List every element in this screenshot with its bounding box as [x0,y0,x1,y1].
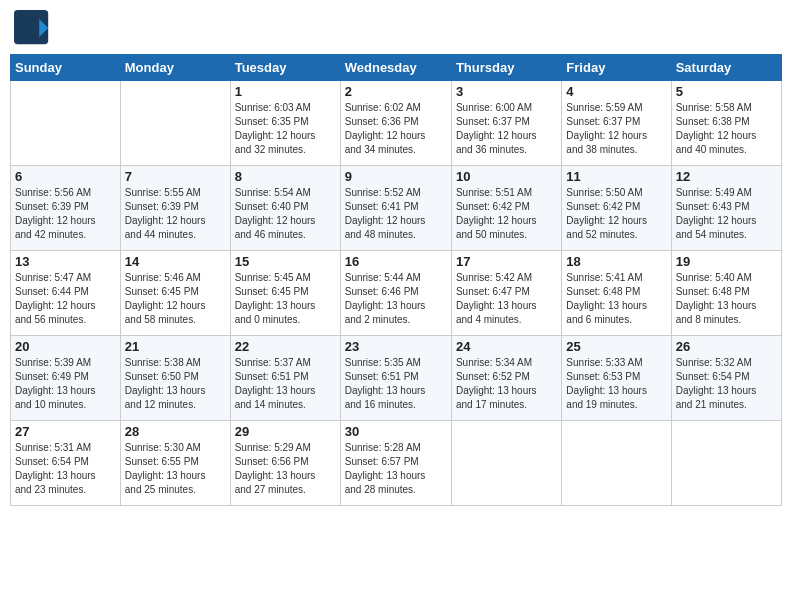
calendar-cell: 11Sunrise: 5:50 AM Sunset: 6:42 PM Dayli… [562,166,671,251]
calendar-cell: 2Sunrise: 6:02 AM Sunset: 6:36 PM Daylig… [340,81,451,166]
day-info: Sunrise: 5:35 AM Sunset: 6:51 PM Dayligh… [345,356,447,412]
calendar-cell: 20Sunrise: 5:39 AM Sunset: 6:49 PM Dayli… [11,336,121,421]
day-info: Sunrise: 5:32 AM Sunset: 6:54 PM Dayligh… [676,356,777,412]
calendar-cell: 15Sunrise: 5:45 AM Sunset: 6:45 PM Dayli… [230,251,340,336]
day-number: 5 [676,84,777,99]
day-number: 6 [15,169,116,184]
calendar-cell: 24Sunrise: 5:34 AM Sunset: 6:52 PM Dayli… [451,336,561,421]
day-info: Sunrise: 5:46 AM Sunset: 6:45 PM Dayligh… [125,271,226,327]
calendar-cell: 19Sunrise: 5:40 AM Sunset: 6:48 PM Dayli… [671,251,781,336]
calendar-cell [451,421,561,506]
day-number: 2 [345,84,447,99]
calendar-cell: 30Sunrise: 5:28 AM Sunset: 6:57 PM Dayli… [340,421,451,506]
day-number: 28 [125,424,226,439]
weekday-header-sunday: Sunday [11,55,121,81]
day-info: Sunrise: 6:00 AM Sunset: 6:37 PM Dayligh… [456,101,557,157]
weekday-header-thursday: Thursday [451,55,561,81]
calendar-cell: 13Sunrise: 5:47 AM Sunset: 6:44 PM Dayli… [11,251,121,336]
day-number: 8 [235,169,336,184]
day-info: Sunrise: 5:45 AM Sunset: 6:45 PM Dayligh… [235,271,336,327]
calendar-cell: 28Sunrise: 5:30 AM Sunset: 6:55 PM Dayli… [120,421,230,506]
calendar-cell: 4Sunrise: 5:59 AM Sunset: 6:37 PM Daylig… [562,81,671,166]
day-info: Sunrise: 5:30 AM Sunset: 6:55 PM Dayligh… [125,441,226,497]
weekday-header-row: SundayMondayTuesdayWednesdayThursdayFrid… [11,55,782,81]
day-info: Sunrise: 5:49 AM Sunset: 6:43 PM Dayligh… [676,186,777,242]
logo [14,10,54,46]
day-info: Sunrise: 5:28 AM Sunset: 6:57 PM Dayligh… [345,441,447,497]
day-info: Sunrise: 5:39 AM Sunset: 6:49 PM Dayligh… [15,356,116,412]
calendar-cell [562,421,671,506]
calendar-cell: 17Sunrise: 5:42 AM Sunset: 6:47 PM Dayli… [451,251,561,336]
day-info: Sunrise: 5:59 AM Sunset: 6:37 PM Dayligh… [566,101,666,157]
day-info: Sunrise: 5:50 AM Sunset: 6:42 PM Dayligh… [566,186,666,242]
calendar-cell: 1Sunrise: 6:03 AM Sunset: 6:35 PM Daylig… [230,81,340,166]
calendar-week-4: 20Sunrise: 5:39 AM Sunset: 6:49 PM Dayli… [11,336,782,421]
day-info: Sunrise: 5:37 AM Sunset: 6:51 PM Dayligh… [235,356,336,412]
day-number: 21 [125,339,226,354]
day-number: 1 [235,84,336,99]
day-info: Sunrise: 5:41 AM Sunset: 6:48 PM Dayligh… [566,271,666,327]
calendar-week-3: 13Sunrise: 5:47 AM Sunset: 6:44 PM Dayli… [11,251,782,336]
calendar-table: SundayMondayTuesdayWednesdayThursdayFrid… [10,54,782,506]
weekday-header-saturday: Saturday [671,55,781,81]
day-number: 22 [235,339,336,354]
day-number: 18 [566,254,666,269]
day-number: 9 [345,169,447,184]
weekday-header-monday: Monday [120,55,230,81]
day-info: Sunrise: 5:40 AM Sunset: 6:48 PM Dayligh… [676,271,777,327]
day-number: 30 [345,424,447,439]
day-number: 7 [125,169,226,184]
day-number: 29 [235,424,336,439]
day-info: Sunrise: 5:34 AM Sunset: 6:52 PM Dayligh… [456,356,557,412]
day-number: 17 [456,254,557,269]
day-number: 25 [566,339,666,354]
day-number: 20 [15,339,116,354]
calendar-cell: 7Sunrise: 5:55 AM Sunset: 6:39 PM Daylig… [120,166,230,251]
day-info: Sunrise: 5:54 AM Sunset: 6:40 PM Dayligh… [235,186,336,242]
day-number: 3 [456,84,557,99]
day-number: 13 [15,254,116,269]
calendar-cell: 10Sunrise: 5:51 AM Sunset: 6:42 PM Dayli… [451,166,561,251]
day-number: 4 [566,84,666,99]
day-number: 10 [456,169,557,184]
calendar-cell: 21Sunrise: 5:38 AM Sunset: 6:50 PM Dayli… [120,336,230,421]
day-info: Sunrise: 5:58 AM Sunset: 6:38 PM Dayligh… [676,101,777,157]
day-number: 11 [566,169,666,184]
calendar-cell: 27Sunrise: 5:31 AM Sunset: 6:54 PM Dayli… [11,421,121,506]
calendar-cell: 25Sunrise: 5:33 AM Sunset: 6:53 PM Dayli… [562,336,671,421]
day-info: Sunrise: 5:44 AM Sunset: 6:46 PM Dayligh… [345,271,447,327]
calendar-cell: 3Sunrise: 6:00 AM Sunset: 6:37 PM Daylig… [451,81,561,166]
calendar-cell: 22Sunrise: 5:37 AM Sunset: 6:51 PM Dayli… [230,336,340,421]
day-info: Sunrise: 5:31 AM Sunset: 6:54 PM Dayligh… [15,441,116,497]
day-info: Sunrise: 5:55 AM Sunset: 6:39 PM Dayligh… [125,186,226,242]
calendar-cell [671,421,781,506]
calendar-cell: 14Sunrise: 5:46 AM Sunset: 6:45 PM Dayli… [120,251,230,336]
calendar-cell: 9Sunrise: 5:52 AM Sunset: 6:41 PM Daylig… [340,166,451,251]
day-number: 24 [456,339,557,354]
calendar-cell: 26Sunrise: 5:32 AM Sunset: 6:54 PM Dayli… [671,336,781,421]
day-info: Sunrise: 5:42 AM Sunset: 6:47 PM Dayligh… [456,271,557,327]
page-header [10,10,782,46]
weekday-header-friday: Friday [562,55,671,81]
calendar-cell: 29Sunrise: 5:29 AM Sunset: 6:56 PM Dayli… [230,421,340,506]
day-number: 15 [235,254,336,269]
day-info: Sunrise: 5:38 AM Sunset: 6:50 PM Dayligh… [125,356,226,412]
day-number: 26 [676,339,777,354]
day-info: Sunrise: 5:51 AM Sunset: 6:42 PM Dayligh… [456,186,557,242]
day-info: Sunrise: 5:52 AM Sunset: 6:41 PM Dayligh… [345,186,447,242]
calendar-cell [120,81,230,166]
calendar-week-1: 1Sunrise: 6:03 AM Sunset: 6:35 PM Daylig… [11,81,782,166]
day-number: 27 [15,424,116,439]
day-info: Sunrise: 5:29 AM Sunset: 6:56 PM Dayligh… [235,441,336,497]
day-info: Sunrise: 5:47 AM Sunset: 6:44 PM Dayligh… [15,271,116,327]
calendar-cell [11,81,121,166]
weekday-header-wednesday: Wednesday [340,55,451,81]
calendar-week-5: 27Sunrise: 5:31 AM Sunset: 6:54 PM Dayli… [11,421,782,506]
weekday-header-tuesday: Tuesday [230,55,340,81]
logo-icon [14,10,50,46]
calendar-cell: 18Sunrise: 5:41 AM Sunset: 6:48 PM Dayli… [562,251,671,336]
day-number: 23 [345,339,447,354]
calendar-cell: 8Sunrise: 5:54 AM Sunset: 6:40 PM Daylig… [230,166,340,251]
day-number: 16 [345,254,447,269]
calendar-cell: 5Sunrise: 5:58 AM Sunset: 6:38 PM Daylig… [671,81,781,166]
